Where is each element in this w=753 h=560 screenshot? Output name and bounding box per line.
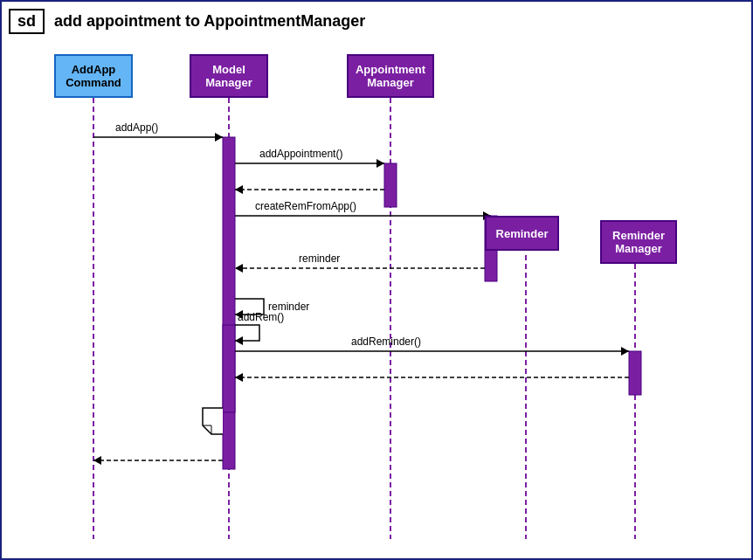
lifeline-reminder-manager-label: ReminderManager bbox=[612, 229, 665, 255]
svg-rect-7 bbox=[384, 163, 397, 207]
sd-label: sd bbox=[9, 9, 45, 34]
svg-marker-24 bbox=[235, 264, 243, 273]
svg-text:addAppointment(): addAppointment() bbox=[259, 148, 342, 160]
lifeline-model-manager: ModelManager bbox=[190, 54, 268, 98]
diagram-title: add appointment to AppointmentManager bbox=[54, 12, 365, 31]
svg-text:addRem(): addRem() bbox=[238, 311, 284, 323]
svg-marker-34 bbox=[235, 373, 243, 382]
lifeline-appointment-manager-label: AppointmentManager bbox=[356, 63, 425, 89]
svg-rect-5 bbox=[223, 137, 235, 469]
svg-text:reminder: reminder bbox=[268, 301, 309, 313]
lifeline-reminder-manager: ReminderManager bbox=[600, 220, 677, 264]
lifeline-model-manager-label: ModelManager bbox=[205, 63, 252, 89]
svg-marker-36 bbox=[93, 456, 101, 465]
lifeline-appointment-manager: AppointmentManager bbox=[347, 54, 434, 98]
svg-marker-15 bbox=[376, 159, 384, 168]
lifeline-addapp-label: AddAppCommand bbox=[66, 63, 121, 89]
lifeline-reminder: Reminder bbox=[485, 216, 559, 251]
svg-text:addApp(): addApp() bbox=[115, 121, 158, 134]
lifeline-reminder-label: Reminder bbox=[496, 227, 549, 240]
svg-marker-12 bbox=[215, 133, 223, 142]
svg-rect-6 bbox=[223, 325, 235, 412]
svg-text:addReminder(): addReminder() bbox=[351, 335, 421, 348]
svg-marker-28 bbox=[235, 336, 243, 345]
diagram-container: sd add appointment to AppointmentManager… bbox=[0, 0, 753, 560]
svg-text:createRemFromApp(): createRemFromApp() bbox=[255, 200, 356, 212]
lifeline-addapp-command: AddAppCommand bbox=[54, 54, 133, 98]
svg-marker-18 bbox=[235, 185, 243, 194]
svg-marker-31 bbox=[621, 347, 629, 356]
svg-text:reminder: reminder bbox=[299, 252, 340, 265]
svg-marker-26 bbox=[235, 310, 243, 319]
svg-rect-8 bbox=[629, 351, 641, 395]
